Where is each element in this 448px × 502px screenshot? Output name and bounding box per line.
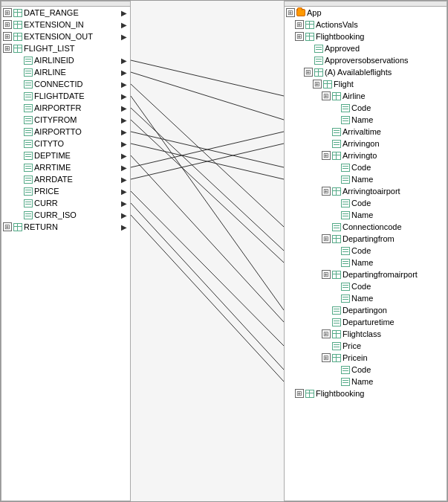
connector-area	[131, 1, 284, 501]
right-item-Name_4[interactable]: Name	[285, 257, 447, 268]
right-item-Arrivingtoairport[interactable]: ⊞Arrivingtoairport	[285, 185, 447, 197]
right-item-Flightbooking2[interactable]: ⊞Flightbooking	[285, 387, 447, 399]
field-icon	[24, 104, 33, 112]
expand-icon[interactable]: ⊞	[322, 234, 331, 243]
expand-icon[interactable]: ⊞	[322, 329, 331, 338]
right-item-Arrivingto[interactable]: ⊞Arrivingto	[285, 149, 447, 161]
right-item-Departuretime[interactable]: Departuretime	[285, 316, 447, 328]
right-item-Code_2[interactable]: Code	[285, 161, 447, 173]
expand-icon[interactable]: ⊞	[295, 389, 304, 398]
left-item-CITYFROM[interactable]: CITYFROM▶	[1, 114, 130, 126]
right-item-Name_2[interactable]: Name	[285, 173, 447, 185]
right-item-Connectioncode[interactable]: Connectioncode	[285, 221, 447, 233]
right-item-Airline[interactable]: ⊞Airline	[285, 90, 447, 102]
right-item-ActionsVals[interactable]: ⊞ActionsVals	[285, 19, 447, 30]
connection-arrow: ▶	[121, 104, 127, 112]
left-item-CITYTO[interactable]: CITYTO▶	[1, 138, 130, 149]
field-icon	[24, 57, 33, 65]
expand-icon[interactable]: ⊞	[313, 80, 322, 89]
left-item-DATE_RANGE[interactable]: ⊞DATE_RANGE▶	[1, 7, 130, 19]
item-label: CITYTO	[34, 139, 64, 148]
expand-icon[interactable]: ⊞	[3, 32, 12, 41]
right-item-Flightclass[interactable]: ⊞Flightclass	[285, 328, 447, 340]
right-item-Availableflights[interactable]: ⊞(A) Availableflights	[285, 66, 447, 78]
expand-icon[interactable]: ⊞	[322, 353, 331, 362]
item-label: DEPTIME	[34, 151, 71, 160]
field-icon	[24, 140, 33, 148]
right-item-Departingfrom[interactable]: ⊞Departingfrom	[285, 233, 447, 245]
right-item-Pricein[interactable]: ⊞Pricein	[285, 352, 447, 364]
export-panel: ⊞DATE_RANGE▶⊞EXTENSION_IN▶⊞EXTENSION_OUT…	[1, 1, 131, 501]
left-item-CURR_ISO[interactable]: CURR_ISO▶	[1, 209, 130, 221]
expand-icon[interactable]: ⊞	[322, 187, 331, 196]
left-item-PRICE[interactable]: PRICE▶	[1, 185, 130, 197]
right-item-Arrivaltime[interactable]: Arrivaltime	[285, 126, 447, 138]
left-item-ARRTIME[interactable]: ARRTIME▶	[1, 161, 130, 173]
left-item-AIRLINEID[interactable]: AIRLINEID▶	[1, 54, 130, 66]
left-item-FLIGHT_LIST[interactable]: ⊞FLIGHT_LIST	[1, 42, 130, 54]
svg-line-2	[131, 84, 284, 227]
left-item-AIRPORTFR[interactable]: AIRPORTFR▶	[1, 102, 130, 114]
field-icon	[24, 164, 33, 172]
right-item-Approved[interactable]: Approved	[285, 42, 447, 54]
expand-icon[interactable]: ⊞	[3, 222, 12, 231]
table-icon	[305, 390, 314, 398]
right-item-Code_3[interactable]: Code	[285, 197, 447, 209]
field-icon	[341, 164, 350, 172]
field-icon	[314, 57, 323, 65]
expand-icon[interactable]: ⊞	[295, 32, 304, 41]
right-item-Arrivingon[interactable]: Arrivingon	[285, 138, 447, 149]
expand-icon[interactable]: ⊞	[322, 151, 331, 160]
right-item-Flightbooking[interactable]: ⊞Flightbooking	[285, 30, 447, 42]
connectors-svg	[131, 1, 284, 501]
right-item-Flight[interactable]: ⊞Flight	[285, 78, 447, 90]
right-item-Name_3[interactable]: Name	[285, 209, 447, 221]
connection-arrow: ▶	[121, 116, 127, 124]
left-item-AIRPORTTO[interactable]: AIRPORTTO▶	[1, 126, 130, 138]
left-item-FLIGHTDATE[interactable]: FLIGHTDATE▶	[1, 90, 130, 102]
left-item-CONNECTID[interactable]: CONNECTID▶	[1, 78, 130, 90]
item-label: FLIGHT_LIST	[24, 44, 74, 53]
field-icon	[341, 295, 350, 303]
right-item-App[interactable]: ⊞App	[285, 7, 447, 19]
right-item-Name_1[interactable]: Name	[285, 114, 447, 126]
left-item-CURR[interactable]: CURR▶	[1, 197, 130, 209]
item-label: Airline	[343, 91, 366, 100]
right-item-Approversobservations[interactable]: Approversobservations	[285, 54, 447, 66]
expand-icon[interactable]: ⊞	[3, 44, 12, 53]
expand-icon[interactable]: ⊞	[322, 270, 331, 279]
right-item-Price[interactable]: Price	[285, 340, 447, 352]
expand-icon[interactable]: ⊞	[304, 68, 313, 77]
item-label: (A) Availableflights	[325, 68, 392, 77]
svg-line-10	[131, 144, 284, 179]
expand-icon[interactable]: ⊞	[286, 8, 295, 17]
field-icon	[24, 152, 33, 160]
right-item-Code_4[interactable]: Code	[285, 245, 447, 257]
table-icon	[332, 152, 341, 160]
left-item-EXTENSION_IN[interactable]: ⊞EXTENSION_IN▶	[1, 19, 130, 30]
left-item-DEPTIME[interactable]: DEPTIME▶	[1, 149, 130, 161]
right-item-Name_6[interactable]: Name	[285, 376, 447, 387]
right-item-Code_6[interactable]: Code	[285, 364, 447, 376]
table-icon	[13, 223, 22, 231]
folder-icon	[296, 9, 305, 16]
right-item-Departingon[interactable]: Departingon	[285, 304, 447, 316]
right-item-Code_5[interactable]: Code	[285, 280, 447, 292]
item-label: Approversobservations	[325, 56, 409, 65]
right-item-Departingfromairport[interactable]: ⊞Departingfromairport	[285, 268, 447, 280]
expand-icon[interactable]: ⊞	[295, 20, 304, 29]
expand-icon[interactable]: ⊞	[3, 20, 12, 29]
left-item-ARRDATE[interactable]: ARRDATE▶	[1, 173, 130, 185]
item-label: ActionsVals	[316, 20, 358, 29]
table-icon	[13, 45, 22, 53]
expand-icon[interactable]: ⊞	[322, 91, 331, 100]
svg-line-4	[131, 108, 284, 251]
expand-icon[interactable]: ⊞	[3, 8, 12, 17]
right-item-Name_5[interactable]: Name	[285, 292, 447, 304]
item-label: Arrivingon	[343, 139, 380, 148]
left-item-AIRLINE[interactable]: AIRLINE▶	[1, 66, 130, 78]
left-item-RETURN[interactable]: ⊞RETURN▶	[1, 221, 130, 233]
field-icon	[341, 211, 350, 219]
right-item-Code_1[interactable]: Code	[285, 102, 447, 114]
left-item-EXTENSION_OUT[interactable]: ⊞EXTENSION_OUT▶	[1, 30, 130, 42]
